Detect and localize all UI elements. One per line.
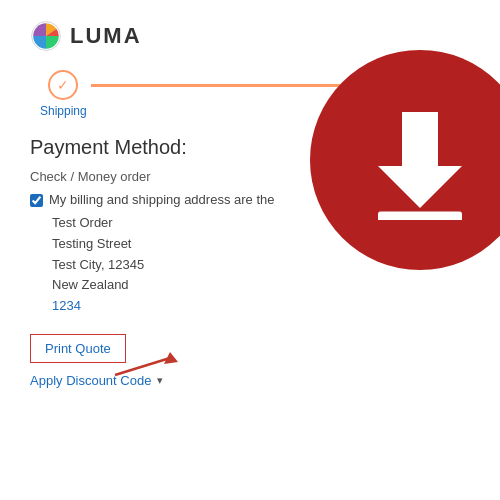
svg-marker-3: [378, 112, 462, 208]
step-shipping: ✓ Shipping: [40, 70, 87, 118]
svg-line-1: [115, 358, 170, 375]
red-arrow-annotation: [110, 350, 190, 380]
billing-checkbox-text: My billing and shipping address are the: [49, 192, 274, 207]
discount-row[interactable]: Apply Discount Code ▾: [30, 373, 470, 388]
step-connector: [91, 84, 355, 87]
step-shipping-label: Shipping: [40, 104, 87, 118]
address-line4: New Zealand: [52, 275, 470, 296]
step-shipping-circle: ✓: [48, 70, 78, 100]
luma-logo-icon: [30, 20, 62, 52]
billing-checkbox[interactable]: [30, 194, 43, 207]
page-wrapper: LUMA ✓ Shipping ✓ Review & Payment Payme…: [0, 0, 500, 500]
logo-text: LUMA: [70, 23, 142, 49]
header: LUMA: [30, 20, 470, 52]
print-quote-section: Print Quote: [30, 334, 470, 373]
svg-rect-4: [378, 212, 462, 220]
address-phone[interactable]: 1234: [52, 298, 81, 313]
download-icon: [360, 100, 480, 220]
